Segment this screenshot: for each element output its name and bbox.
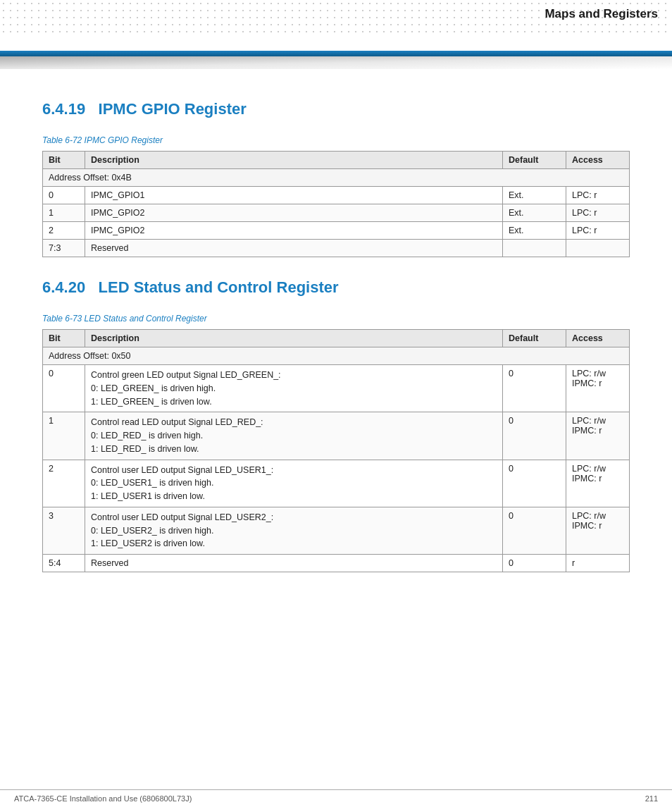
desc-3-73: Control user LED output Signal LED_USER2… [85,507,503,554]
footer-left: ATCA-7365-CE Installation and Use (68068… [14,794,192,803]
access-2: LPC: r [566,222,630,240]
col-bit-header-73: Bit [43,330,85,347]
section-6-4-19-title: IPMC GPIO Register [99,100,247,118]
table-6-73-header: Bit Description Default Access [43,330,630,347]
table-6-73-body: 0 Control green LED output Signal LED_GR… [43,365,630,572]
table-6-72-addr-row: Address Offset: 0x4B [43,169,630,187]
table-row: 2 IPMC_GPIO2 Ext. LPC: r [43,222,630,240]
table-6-73-caption: Table 6-73 LED Status and Control Regist… [42,314,630,324]
table-6-72-addr: Address Offset: 0x4B [43,169,630,187]
default-2-73: 0 [503,460,566,507]
section-6-4-19-number: 6.4.19 [42,100,85,118]
table-6-73-addr-row: Address Offset: 0x50 [43,347,630,365]
desc-0: IPMC_GPIO1 [85,187,503,204]
col-desc-header: Description [85,152,503,169]
bit-2-73: 2 [43,460,85,507]
desc-1-73: Control read LED output Signal LED_RED_:… [85,412,503,460]
access-5-4-73: r [566,555,630,572]
header-title-bar: Maps and Registers [530,4,672,24]
table-6-72-caption: Table 6-72 IPMC GPIO Register [42,135,630,145]
section-6-4-20-heading: 6.4.20 LED Status and Control Register [42,278,630,297]
default-1: Ext. [503,204,566,222]
gray-accent [0,56,672,69]
bit-3-73: 3 [43,507,85,554]
desc-2-73: Control user LED output Signal LED_USER1… [85,460,503,507]
header-title: Maps and Registers [545,7,658,20]
default-0: Ext. [503,187,566,204]
bit-5-4-73: 5:4 [43,555,85,572]
default-2: Ext. [503,222,566,240]
col-access-header-73: Access [566,330,630,347]
bit-0-73: 0 [43,365,85,412]
table-row: 7:3 Reserved [43,240,630,257]
bit-2: 2 [43,222,85,240]
default-0-73: 0 [503,365,566,412]
col-default-header: Default [503,152,566,169]
access-0: LPC: r [566,187,630,204]
footer-right: 211 [645,794,658,803]
table-6-72-header: Bit Description Default Access [43,152,630,169]
table-row: 0 Control green LED output Signal LED_GR… [43,365,630,412]
access-1-73: LPC: r/wIPMC: r [566,412,630,460]
default-5-4-73: 0 [503,555,566,572]
section-6-4-20-title: LED Status and Control Register [99,278,339,296]
table-6-73: Address Offset: 0x50 Bit Description Def… [42,329,630,572]
desc-2: IPMC_GPIO2 [85,222,503,240]
table-row: 2 Control user LED output Signal LED_USE… [43,460,630,507]
access-7-3 [566,240,630,257]
table-row: 0 IPMC_GPIO1 Ext. LPC: r [43,187,630,204]
desc-0-73: Control green LED output Signal LED_GREE… [85,365,503,412]
table-6-72-body: 0 IPMC_GPIO1 Ext. LPC: r 1 IPMC_GPIO2 Ex… [43,187,630,257]
desc-5-4-73: Reserved [85,555,503,572]
section-6-4-19-heading: 6.4.19 IPMC GPIO Register [42,100,630,118]
table-6-73-addr: Address Offset: 0x50 [43,347,630,365]
access-2-73: LPC: r/wIPMC: r [566,460,630,507]
desc-7-3: Reserved [85,240,503,257]
access-0-73: LPC: r/wIPMC: r [566,365,630,412]
col-access-header: Access [566,152,630,169]
col-bit-header: Bit [43,152,85,169]
bit-7-3: 7:3 [43,240,85,257]
desc-1: IPMC_GPIO2 [85,204,503,222]
main-content: 6.4.19 IPMC GPIO Register Table 6-72 IPM… [0,69,672,622]
section-6-4-20-number: 6.4.20 [42,278,85,296]
table-row: 5:4 Reserved 0 r [43,555,630,572]
bit-1: 1 [43,204,85,222]
col-desc-header-73: Description [85,330,503,347]
footer: ATCA-7365-CE Installation and Use (68068… [0,789,672,807]
col-default-header-73: Default [503,330,566,347]
bit-0: 0 [43,187,85,204]
access-1: LPC: r [566,204,630,222]
access-3-73: LPC: r/wIPMC: r [566,507,630,554]
bit-1-73: 1 [43,412,85,460]
table-row: 1 IPMC_GPIO2 Ext. LPC: r [43,204,630,222]
blue-bar [0,51,672,56]
table-row: 1 Control read LED output Signal LED_RED… [43,412,630,460]
default-1-73: 0 [503,412,566,460]
table-row: 3 Control user LED output Signal LED_USE… [43,507,630,554]
default-7-3 [503,240,566,257]
table-6-72: Address Offset: 0x4B Bit Description Def… [42,151,630,257]
header: Maps and Registers [0,0,672,51]
default-3-73: 0 [503,507,566,554]
